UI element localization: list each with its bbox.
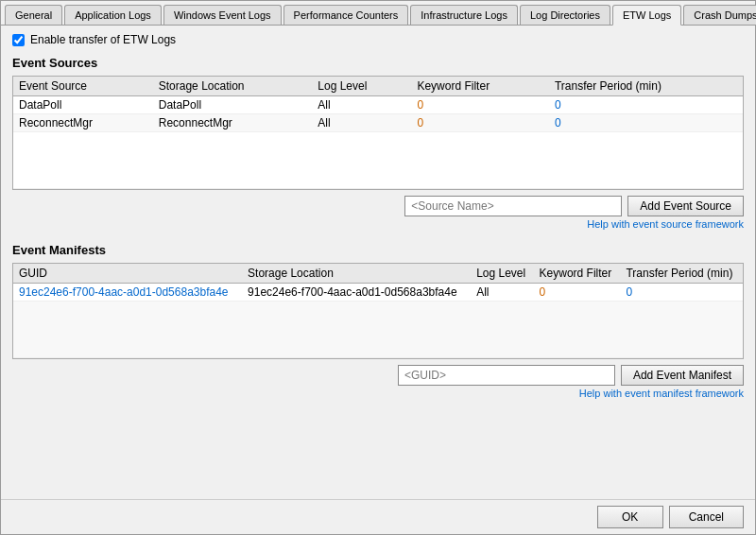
col-keyword-filter: Keyword Filter: [411, 77, 549, 96]
event-manifests-table-container: GUID Storage Location Log Level Keyword …: [12, 263, 744, 359]
cancel-button[interactable]: Cancel: [669, 506, 744, 528]
tab-bar: General Application Logs Windows Event L…: [1, 1, 755, 26]
event-sources-title: Event Sources: [12, 56, 744, 70]
add-event-source-button[interactable]: Add Event Source: [627, 196, 744, 216]
col-transfer-period: Transfer Period (min): [549, 77, 743, 96]
enable-checkbox[interactable]: [12, 34, 25, 46]
tab-etw-logs[interactable]: ETW Logs: [612, 5, 681, 26]
event-manifests-help-link[interactable]: Help with event manifest framework: [12, 388, 744, 399]
event-manifests-title: Event Manifests: [12, 243, 744, 257]
event-sources-table: Event Source Storage Location Log Level …: [13, 77, 743, 189]
event-sources-header-row: Event Source Storage Location Log Level …: [13, 77, 743, 96]
tab-infrastructure-logs[interactable]: Infrastructure Logs: [410, 5, 518, 25]
tab-windows-event-logs[interactable]: Windows Event Logs: [163, 5, 282, 25]
col-event-source: Event Source: [13, 77, 153, 96]
col-log-level: Log Level: [312, 77, 411, 96]
col-transfer-period: Transfer Period (min): [620, 264, 743, 284]
cell-source: DataPoll: [13, 96, 153, 114]
event-manifests-section: Event Manifests GUID Storage Location Lo…: [12, 243, 744, 405]
tab-crash-dumps[interactable]: Crash Dumps: [683, 5, 756, 25]
cell-keyword: 0: [411, 96, 549, 114]
cell-guid: 91ec24e6-f700-4aac-a0d1-0d568a3bfa4e: [13, 284, 242, 302]
cell-transfer: 0: [549, 96, 743, 114]
col-storage-location: Storage Location: [153, 77, 313, 96]
footer: OK Cancel: [1, 499, 755, 534]
cell-keyword: 0: [534, 284, 621, 302]
tab-application-logs[interactable]: Application Logs: [64, 5, 162, 25]
cell-storage: 91ec24e6-f700-4aac-a0d1-0d568a3bfa4e: [242, 284, 471, 302]
enable-checkbox-row: Enable transfer of ETW Logs: [12, 33, 744, 46]
tab-log-directories[interactable]: Log Directories: [520, 5, 610, 25]
cell-transfer: 0: [620, 284, 743, 302]
guid-input[interactable]: [398, 365, 615, 386]
table-row-empty: [13, 132, 743, 189]
add-event-manifest-button[interactable]: Add Event Manifest: [621, 365, 744, 386]
event-sources-help-link[interactable]: Help with event source framework: [12, 218, 744, 230]
main-content: Enable transfer of ETW Logs Event Source…: [1, 26, 755, 499]
ok-button[interactable]: OK: [597, 506, 663, 528]
cell-storage: ReconnectMgr: [153, 114, 313, 132]
enable-checkbox-label: Enable transfer of ETW Logs: [30, 33, 176, 46]
cell-keyword: 0: [411, 114, 549, 132]
table-row[interactable]: DataPoll DataPoll All 0 0: [13, 96, 743, 114]
event-manifests-table: GUID Storage Location Log Level Keyword …: [13, 264, 743, 358]
col-keyword-filter: Keyword Filter: [534, 264, 621, 284]
cell-log-level: All: [312, 96, 411, 114]
cell-source: ReconnectMgr: [13, 114, 153, 132]
source-name-input[interactable]: [404, 196, 622, 216]
table-row[interactable]: 91ec24e6-f700-4aac-a0d1-0d568a3bfa4e 91e…: [13, 284, 743, 302]
event-sources-table-container: Event Source Storage Location Log Level …: [12, 76, 744, 190]
dialog: General Application Logs Windows Event L…: [0, 0, 756, 535]
col-storage-location: Storage Location: [242, 264, 471, 284]
cell-storage: DataPoll: [153, 96, 313, 114]
cell-transfer: 0: [549, 114, 743, 132]
table-row[interactable]: ReconnectMgr ReconnectMgr All 0 0: [13, 114, 743, 132]
cell-log-level: All: [312, 114, 411, 132]
cell-log-level: All: [471, 284, 533, 302]
table-row-empty: [13, 302, 743, 358]
event-manifests-header-row: GUID Storage Location Log Level Keyword …: [13, 264, 743, 284]
col-guid: GUID: [13, 264, 242, 284]
event-sources-section: Event Sources Event Source Storage Locat…: [12, 56, 744, 235]
tab-general[interactable]: General: [5, 5, 62, 25]
tab-performance-counters[interactable]: Performance Counters: [284, 5, 409, 25]
col-log-level: Log Level: [471, 264, 533, 284]
event-sources-input-row: Add Event Source: [12, 196, 744, 216]
event-manifests-input-row: Add Event Manifest: [12, 365, 744, 386]
